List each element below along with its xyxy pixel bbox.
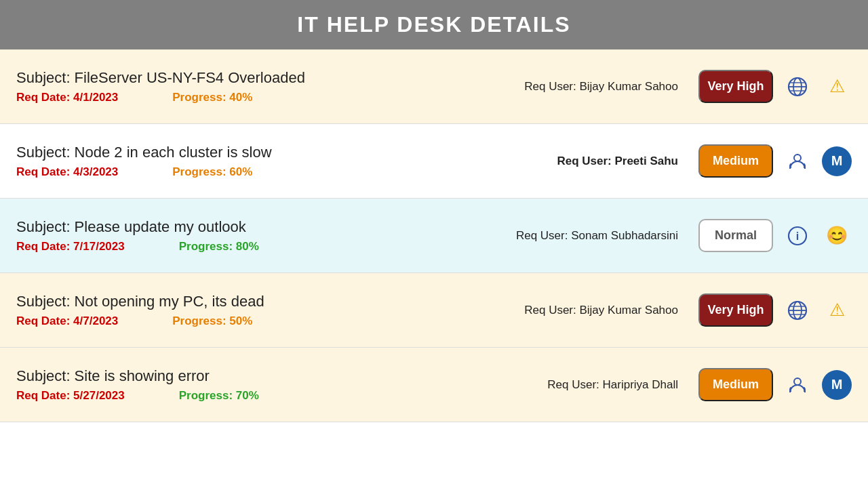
ticket-right-4: Req User: Bijay Kumar Sahoo Very High ⚠: [519, 293, 852, 327]
req-date-5: Req Date: 5/27/2023: [16, 389, 125, 403]
svg-point-13: [794, 378, 801, 385]
ticket-info-5: Subject: Site is showing error Req Date:…: [16, 367, 519, 403]
req-user-3: Req User: Sonam Subhadarsini: [516, 229, 689, 243]
info-icon: i: [783, 221, 812, 251]
support-icon: [783, 146, 812, 176]
ticket-info-1: Subject: FileServer US-NY-FS4 Overloaded…: [16, 69, 519, 104]
req-user-2: Req User: Preeti Sahu: [519, 155, 689, 168]
globe-icon: [783, 72, 812, 102]
priority-badge-3[interactable]: Normal: [698, 219, 773, 252]
globe-icon-2: [783, 296, 812, 325]
ticket-right-2: Req User: Preeti Sahu Medium M: [519, 144, 852, 178]
priority-badge-5[interactable]: Medium: [698, 368, 773, 401]
req-user-1: Req User: Bijay Kumar Sahoo: [519, 80, 689, 94]
req-date-1: Req Date: 4/1/2023: [16, 91, 118, 104]
page-header: IT HELP DESK DETAILS: [0, 0, 868, 49]
ticket-right-5: Req User: Haripriya Dhall Medium M: [519, 368, 852, 401]
req-date-2: Req Date: 4/3/2023: [16, 165, 118, 179]
ticket-info-4: Subject: Not opening my PC, its dead Req…: [16, 293, 519, 328]
warning-icon-2: ⚠: [822, 296, 852, 325]
smiley-icon: 😊: [822, 221, 852, 251]
ticket-row-3: Subject: Please update my outlook Req Da…: [0, 199, 868, 273]
req-date-4: Req Date: 4/7/2023: [16, 314, 118, 328]
priority-badge-4[interactable]: Very High: [698, 293, 773, 327]
ticket-row-2: Subject: Node 2 in each cluster is slow …: [0, 124, 868, 199]
m-badge-icon: M: [822, 146, 852, 176]
ticket-subject-1: Subject: FileServer US-NY-FS4 Overloaded: [16, 69, 519, 87]
progress-4: Progress: 50%: [172, 314, 252, 328]
ticket-meta-3: Req Date: 7/17/2023 Progress: 80%: [16, 240, 516, 253]
req-user-4: Req User: Bijay Kumar Sahoo: [519, 304, 689, 317]
req-user-5: Req User: Haripriya Dhall: [519, 378, 689, 392]
warning-icon: ⚠: [822, 72, 852, 102]
ticket-subject-4: Subject: Not opening my PC, its dead: [16, 293, 519, 310]
ticket-meta-5: Req Date: 5/27/2023 Progress: 70%: [16, 389, 519, 403]
ticket-meta-2: Req Date: 4/3/2023 Progress: 60%: [16, 165, 519, 179]
ticket-subject-3: Subject: Please update my outlook: [16, 218, 516, 236]
ticket-subject-5: Subject: Site is showing error: [16, 367, 519, 385]
priority-badge-1[interactable]: Very High: [698, 70, 773, 103]
progress-2: Progress: 60%: [172, 165, 252, 179]
ticket-row-1: Subject: FileServer US-NY-FS4 Overloaded…: [0, 49, 868, 124]
ticket-row-4: Subject: Not opening my PC, its dead Req…: [0, 273, 868, 348]
req-date-3: Req Date: 7/17/2023: [16, 240, 125, 253]
progress-5: Progress: 70%: [179, 389, 259, 403]
ticket-right-3: Req User: Sonam Subhadarsini Normal i 😊: [516, 219, 852, 252]
tickets-container: Subject: FileServer US-NY-FS4 Overloaded…: [0, 49, 868, 487]
ticket-subject-2: Subject: Node 2 in each cluster is slow: [16, 144, 519, 161]
support-icon-2: [783, 370, 812, 400]
priority-badge-2[interactable]: Medium: [698, 144, 773, 178]
page-title: IT HELP DESK DETAILS: [297, 12, 570, 37]
ticket-meta-4: Req Date: 4/7/2023 Progress: 50%: [16, 314, 519, 328]
m-badge-icon-2: M: [822, 370, 852, 400]
ticket-info-3: Subject: Please update my outlook Req Da…: [16, 218, 516, 253]
ticket-meta-1: Req Date: 4/1/2023 Progress: 40%: [16, 91, 519, 104]
ticket-info-2: Subject: Node 2 in each cluster is slow …: [16, 144, 519, 179]
progress-3: Progress: 80%: [179, 240, 259, 253]
ticket-row-5: Subject: Site is showing error Req Date:…: [0, 348, 868, 422]
ticket-right-1: Req User: Bijay Kumar Sahoo Very High ⚠: [519, 70, 852, 103]
svg-point-5: [794, 155, 801, 161]
svg-text:i: i: [796, 230, 799, 242]
progress-1: Progress: 40%: [172, 91, 252, 104]
